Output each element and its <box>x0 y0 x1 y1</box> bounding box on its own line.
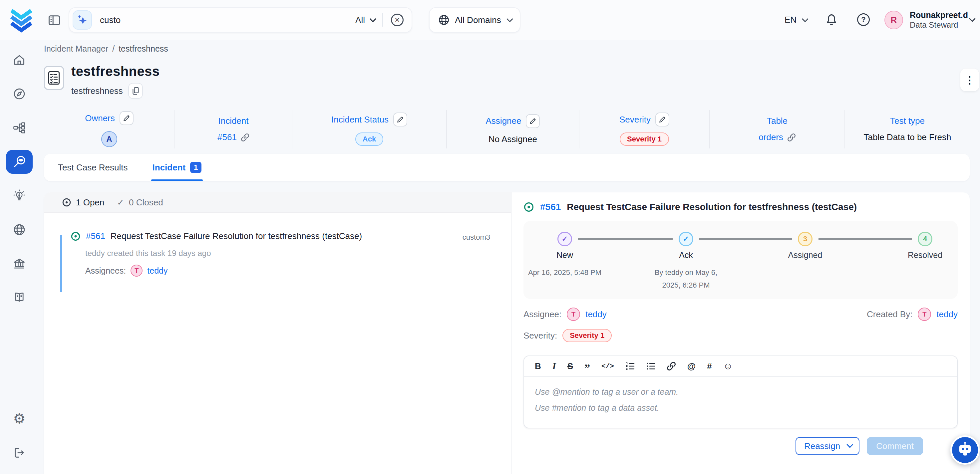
sidebar-item-lineage[interactable] <box>6 116 33 140</box>
page-title-block: testfreshness testfreshness <box>71 64 159 99</box>
code-icon[interactable]: </> <box>601 363 614 370</box>
reassign-button[interactable]: Reassign <box>795 437 859 455</box>
divider <box>382 13 383 27</box>
owner-avatar: A <box>101 131 117 147</box>
more-actions-button[interactable]: ⋮ <box>960 68 979 91</box>
incident-content: 1 Open ✓ 0 Closed #561 Request TestCase … <box>44 192 970 474</box>
incident-list-panel: 1 Open ✓ 0 Closed #561 Request TestCase … <box>44 192 511 474</box>
creator-link[interactable]: teddy <box>936 309 958 320</box>
lightbulb-icon <box>13 189 26 202</box>
search-clear-button[interactable]: ✕ <box>391 14 404 26</box>
close-icon: ✕ <box>395 16 400 24</box>
ai-search-button[interactable] <box>73 10 92 30</box>
assignee-link[interactable]: teddy <box>585 309 607 320</box>
user-avatar[interactable]: R <box>885 11 903 29</box>
mention-icon[interactable]: @ <box>687 361 695 371</box>
incident-created-text: teddy created this task 19 days ago <box>85 249 511 258</box>
language-dropdown[interactable]: EN <box>784 14 807 25</box>
sidebar-item-logout[interactable] <box>6 441 33 465</box>
meta-owners: Owners A <box>44 110 175 148</box>
meta-incident: Incident #561 <box>175 110 293 148</box>
open-filter[interactable]: 1 Open <box>62 197 104 208</box>
incident-detail-title: #561 Request TestCase Failure Resolution… <box>523 202 958 212</box>
sidebar-toggle-icon[interactable] <box>48 14 60 27</box>
open-issue-icon <box>71 231 81 241</box>
edit-status-button[interactable] <box>393 113 407 126</box>
sidebar-item-govern[interactable] <box>6 252 33 275</box>
sidebar-item-settings[interactable]: ⚙ <box>6 407 33 431</box>
breadcrumb-root[interactable]: Incident Manager <box>44 44 108 54</box>
closed-filter[interactable]: ✓ 0 Closed <box>117 197 163 208</box>
comment-button[interactable]: Comment <box>867 437 923 455</box>
sidebar-item-explore[interactable] <box>6 82 33 106</box>
editor-placeholder-line1: Use @mention to tag a user or a team. <box>535 384 947 400</box>
link-icon[interactable] <box>667 361 676 371</box>
domains-dropdown[interactable]: All Domains <box>429 7 520 33</box>
tab-incident[interactable]: Incident 1 <box>153 154 202 181</box>
app-logo-icon[interactable] <box>10 7 33 33</box>
user-menu-chevron-icon[interactable] <box>969 15 976 22</box>
page-subtitle-row: testfreshness <box>71 83 159 99</box>
breadcrumb-current[interactable]: testfreshness <box>119 44 168 54</box>
sidebar-item-glossary[interactable] <box>6 286 33 310</box>
chevron-down-icon <box>370 16 376 22</box>
page-subtitle: testfreshness <box>71 86 123 96</box>
status-badge: Ack <box>355 132 383 146</box>
hashtag-icon[interactable]: # <box>707 361 712 371</box>
strikethrough-icon[interactable]: S <box>568 361 573 371</box>
incident-meta-strip: Owners A Incident #561 Incident Status A… <box>44 110 970 148</box>
left-sidebar: ⚙ <box>0 40 39 474</box>
ordered-list-icon[interactable] <box>625 362 635 371</box>
assignee-link[interactable]: teddy <box>147 266 167 275</box>
globe-icon <box>13 223 26 236</box>
bullet-list-icon[interactable] <box>646 362 655 371</box>
copy-button[interactable] <box>128 83 143 99</box>
step-connector <box>818 238 912 240</box>
step-resolved-circle: 4 <box>918 232 932 247</box>
bold-icon[interactable]: B <box>535 361 541 371</box>
severity-badge: Severity 1 <box>620 132 669 146</box>
sidebar-item-observability[interactable] <box>6 150 33 174</box>
notifications-bell-icon[interactable] <box>825 13 838 26</box>
table-link[interactable]: orders <box>759 132 783 142</box>
search-eye-icon <box>12 154 27 169</box>
help-icon[interactable]: ? <box>857 13 870 26</box>
sidebar-item-domains[interactable] <box>6 218 33 242</box>
user-name: Rounakpreet.d <box>910 10 968 20</box>
search-scope-dropdown[interactable]: All <box>355 15 374 25</box>
chevron-down-icon <box>802 16 808 22</box>
open-issue-icon <box>62 198 71 207</box>
incident-status-stepper: ✓ ✓ 3 4 New Ack Assigned Resolved Apr 16… <box>523 221 958 299</box>
step-resolved-label: Resolved <box>908 250 942 260</box>
chevron-down-icon <box>506 16 513 22</box>
incident-detail-panel: #561 Request TestCase Failure Resolution… <box>511 192 970 474</box>
active-tab-underline <box>151 180 203 181</box>
incident-item-title: Request TestCase Failure Resolution for … <box>111 231 362 241</box>
action-buttons-row: Reassign Comment <box>523 437 958 455</box>
sidebar-item-insights[interactable] <box>6 184 33 208</box>
incident-number-link[interactable]: #561 <box>218 132 237 142</box>
sitemap-icon <box>13 121 26 135</box>
severity-badge: Severity 1 <box>562 329 612 342</box>
chat-bot-button[interactable] <box>950 435 980 465</box>
search-input[interactable] <box>100 15 355 25</box>
incident-list-item[interactable]: #561 Request TestCase Failure Resolution… <box>44 231 511 277</box>
italic-icon[interactable]: I <box>552 361 556 371</box>
comment-input[interactable]: Use @mention to tag a user or a team. Us… <box>524 377 957 428</box>
user-role: Data Steward <box>910 20 968 30</box>
step-new-circle: ✓ <box>557 232 572 247</box>
incident-id-link[interactable]: #561 <box>86 231 105 241</box>
edit-assignee-button[interactable] <box>526 114 540 128</box>
sidebar-item-home[interactable] <box>6 48 33 72</box>
edit-owners-button[interactable] <box>119 111 134 125</box>
detail-created-by: Created By: T teddy <box>867 307 958 321</box>
blockquote-icon[interactable]: ” <box>584 365 590 371</box>
user-info: Rounakpreet.d Data Steward <box>910 10 968 30</box>
edit-severity-button[interactable] <box>655 113 669 126</box>
incident-id-link[interactable]: #561 <box>540 202 561 212</box>
emoji-icon[interactable]: ☺ <box>723 361 733 371</box>
tab-test-case-results[interactable]: Test Case Results <box>58 154 128 181</box>
step-new-label: New <box>557 250 573 260</box>
check-icon: ✓ <box>117 197 124 208</box>
comment-editor: B I S ” </> <box>523 355 958 428</box>
